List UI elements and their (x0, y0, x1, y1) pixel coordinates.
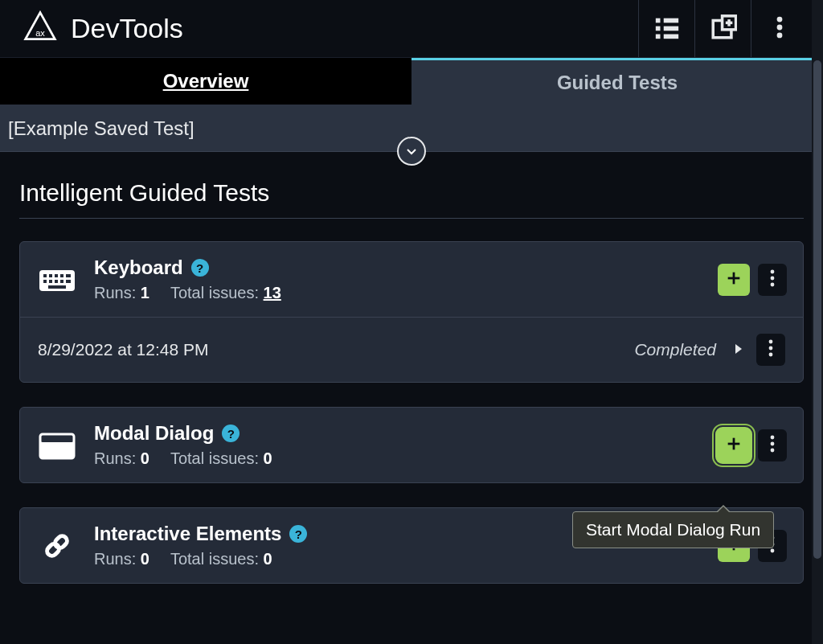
modal-dialog-icon (38, 426, 76, 465)
issues-stat: Total issues: 0 (170, 550, 272, 568)
svg-rect-22 (55, 280, 58, 283)
issues-value-link[interactable]: 13 (264, 284, 281, 301)
list-view-button[interactable] (638, 0, 694, 57)
add-window-icon (710, 14, 737, 44)
svg-rect-20 (43, 280, 47, 283)
svg-point-34 (769, 352, 773, 356)
run-row[interactable]: 8/29/2022 at 12:48 PM Completed (20, 317, 803, 382)
more-vertical-icon (770, 269, 775, 290)
more-vertical-icon (766, 14, 793, 44)
more-vertical-icon (768, 339, 773, 361)
tabs: Overview Guided Tests (0, 58, 823, 105)
test-more-button[interactable] (758, 429, 787, 461)
tooltip-start-run: Start Modal Dialog Run (572, 511, 774, 548)
svg-rect-19 (66, 274, 71, 277)
scrollbar[interactable] (812, 0, 823, 644)
runs-value: 0 (141, 550, 149, 568)
test-name: Modal Dialog (94, 422, 214, 445)
list-icon (653, 14, 681, 44)
svg-point-28 (771, 269, 775, 273)
svg-rect-1 (655, 18, 660, 23)
svg-rect-6 (663, 34, 678, 39)
runs-stat: Runs: 0 (94, 449, 149, 468)
section-title: Intelligent Guided Tests (19, 179, 804, 219)
runs-value: 0 (141, 449, 149, 467)
help-icon[interactable]: ? (191, 259, 209, 277)
runs-value: 1 (141, 284, 149, 301)
tab-overview-label: Overview (163, 70, 249, 92)
svg-marker-31 (735, 344, 742, 354)
svg-rect-3 (655, 26, 660, 31)
tab-overview[interactable]: Overview (0, 58, 412, 105)
svg-point-33 (769, 346, 773, 350)
svg-text:ax: ax (35, 28, 45, 38)
new-window-button[interactable] (694, 0, 751, 57)
test-header: Modal Dialog ? Runs: 0 Total issues: 0 (20, 408, 803, 482)
svg-rect-2 (663, 18, 678, 23)
brand-title: DevTools (71, 13, 183, 44)
svg-point-42 (771, 448, 775, 452)
axe-logo-icon: ax (23, 10, 58, 48)
svg-point-12 (776, 24, 782, 30)
issues-value: 0 (264, 449, 272, 467)
header-more-button[interactable] (751, 0, 807, 57)
svg-point-29 (771, 276, 775, 280)
run-more-button[interactable] (756, 334, 785, 366)
app-header: ax DevTools (0, 0, 823, 58)
run-status: Completed (634, 340, 716, 359)
svg-rect-17 (55, 274, 58, 277)
test-name: Keyboard (94, 256, 183, 279)
more-vertical-icon (770, 435, 775, 456)
svg-point-49 (771, 548, 775, 552)
svg-rect-23 (60, 280, 63, 283)
runs-stat: Runs: 1 (94, 284, 149, 302)
issues-stat: Total issues: 0 (170, 449, 272, 468)
svg-rect-5 (655, 34, 660, 39)
svg-rect-24 (66, 280, 71, 283)
chevron-down-icon (405, 140, 418, 162)
test-info: Keyboard ? Runs: 1 Total issues: 13 (94, 256, 700, 302)
svg-rect-43 (45, 542, 61, 558)
test-name: Interactive Elements (94, 523, 281, 545)
svg-point-40 (771, 435, 775, 439)
plus-icon (725, 435, 743, 456)
svg-rect-44 (53, 534, 69, 550)
svg-point-30 (771, 282, 775, 286)
link-icon (38, 527, 76, 565)
plus-icon (725, 269, 743, 290)
add-run-button[interactable] (718, 429, 750, 461)
test-more-button[interactable] (758, 264, 787, 296)
saved-test-label: [Example Saved Test] (8, 117, 194, 139)
svg-point-13 (776, 32, 782, 38)
svg-rect-25 (48, 285, 66, 289)
svg-rect-4 (663, 26, 678, 31)
test-header: Keyboard ? Runs: 1 Total issues: 13 (20, 242, 803, 317)
content-area: Intelligent Guided Tests Keyboard ? Runs… (0, 152, 823, 644)
brand: ax DevTools (23, 10, 183, 48)
svg-point-32 (769, 339, 773, 343)
run-date: 8/29/2022 at 12:48 PM (38, 340, 621, 359)
saved-test-bar: [Example Saved Test] (0, 105, 823, 152)
scrollbar-thumb[interactable] (813, 60, 821, 559)
runs-stat: Runs: 0 (94, 550, 149, 568)
issues-stat: Total issues: 13 (170, 284, 281, 302)
svg-point-11 (776, 16, 782, 22)
svg-rect-15 (43, 274, 47, 277)
svg-rect-21 (49, 280, 52, 283)
test-card-keyboard: Keyboard ? Runs: 1 Total issues: 13 (19, 241, 804, 383)
test-info: Modal Dialog ? Runs: 0 Total issues: 0 (94, 422, 700, 468)
svg-rect-16 (49, 274, 52, 277)
expand-toggle-button[interactable] (397, 137, 426, 166)
svg-rect-18 (60, 274, 63, 277)
header-actions (638, 0, 807, 57)
help-icon[interactable]: ? (289, 525, 307, 543)
test-card-modal-dialog: Modal Dialog ? Runs: 0 Total issues: 0 (19, 407, 804, 483)
tab-guided-tests[interactable]: Guided Tests (412, 58, 823, 105)
issues-value: 0 (264, 550, 272, 568)
caret-right-icon (734, 340, 743, 359)
keyboard-icon (38, 260, 76, 299)
tab-guided-label: Guided Tests (557, 72, 678, 94)
svg-point-41 (771, 441, 775, 445)
help-icon[interactable]: ? (222, 425, 240, 442)
add-run-button[interactable] (718, 264, 750, 296)
